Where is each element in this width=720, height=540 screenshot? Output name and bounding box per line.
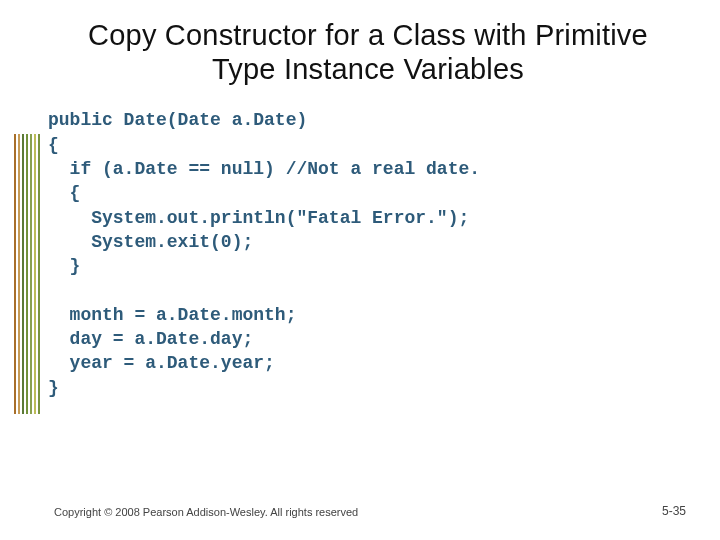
copyright-footer: Copyright © 2008 Pearson Addison-Wesley.… <box>54 506 358 518</box>
code-block: public Date(Date a.Date) { if (a.Date ==… <box>48 108 682 400</box>
accent-bars <box>14 134 40 414</box>
slide-title: Copy Constructor for a Class with Primit… <box>54 18 682 86</box>
page-number: 5-35 <box>662 504 686 518</box>
slide: Copy Constructor for a Class with Primit… <box>0 0 720 540</box>
